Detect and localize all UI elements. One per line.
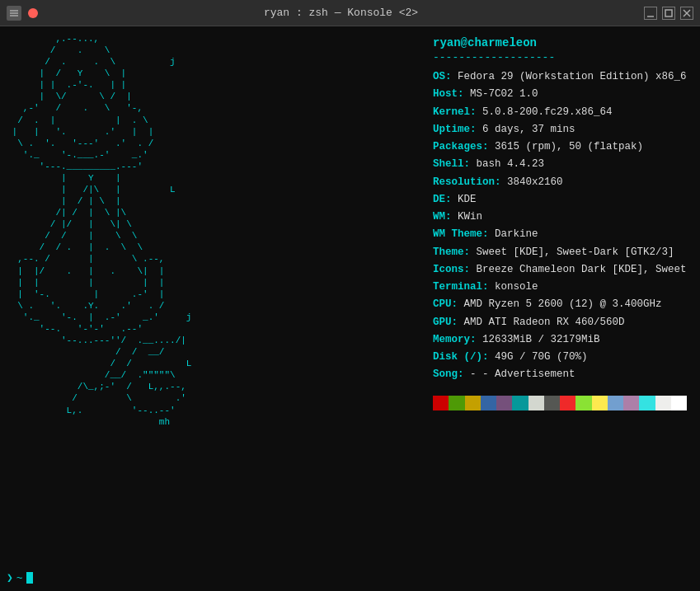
info-value: konsole (489, 281, 538, 293)
info-key: CPU: (433, 298, 458, 310)
color-swatch (560, 396, 576, 410)
color-swatch (592, 396, 608, 410)
info-row: Theme: Sweet [KDE], Sweet-Dark [GTK2/3] (433, 244, 687, 261)
color-strip (433, 396, 687, 410)
info-value: 6 days, 37 mins (477, 124, 576, 135)
info-value: bash 4.4.23 (470, 158, 544, 170)
info-key: OS: (433, 71, 452, 82)
color-swatch (576, 396, 591, 410)
info-value: AMD Ryzen 5 2600 (12) @ 3.400GHz (458, 298, 662, 310)
info-key: Uptime: (433, 124, 477, 135)
info-key: WM Theme: (433, 228, 489, 240)
info-key: Packages: (433, 141, 489, 152)
info-rows: OS: Fedora 29 (Workstation Edition) x86_… (433, 68, 687, 384)
color-swatch (608, 396, 623, 410)
info-value: 3840x2160 (501, 176, 563, 188)
info-value: KDE (452, 194, 477, 205)
info-row: Kernel: 5.0.8-200.fc29.x86_64 (433, 104, 687, 121)
info-key: Resolution: (433, 176, 501, 188)
info-row: GPU: AMD ATI Radeon RX 460/560D (433, 314, 687, 331)
info-value: 12633MiB / 32179MiB (477, 334, 600, 345)
info-row: Disk (/): 49G / 70G (70%) (433, 349, 687, 366)
ascii-area: ,.--..., / . \ / . . \ j | / Y \ | | | .… (0, 26, 420, 591)
close-dot[interactable] (28, 8, 38, 18)
info-key: Terminal: (433, 281, 489, 293)
info-row: Host: MS-7C02 1.0 (433, 86, 687, 103)
color-swatch (433, 396, 449, 410)
color-swatch (544, 396, 560, 410)
prompt-tilde: ~ (16, 572, 23, 584)
info-row: DE: KDE (433, 191, 687, 209)
close-button[interactable] (680, 7, 693, 20)
info-row: CPU: AMD Ryzen 5 2600 (12) @ 3.400GHz (433, 296, 687, 313)
info-row: Song: - - Advertisement (433, 366, 687, 383)
info-value: 5.0.8-200.fc29.x86_64 (477, 106, 613, 118)
color-swatch (639, 396, 655, 410)
info-panel: ryan@charmeleon ------------------- OS: … (420, 26, 700, 591)
titlebar-left (7, 6, 38, 21)
svg-rect-4 (665, 10, 672, 16)
color-swatch (512, 396, 528, 410)
info-row: WM: KWin (433, 209, 687, 226)
info-row: Memory: 12633MiB / 32179MiB (433, 331, 687, 349)
info-row: Packages: 3615 (rpm), 50 (flatpak) (433, 138, 687, 156)
info-value: Fedora 29 (Workstation Edition) x86_6 (452, 71, 687, 82)
info-value: 3615 (rpm), 50 (flatpak) (489, 141, 644, 152)
color-swatch (496, 396, 512, 410)
prompt-line: ❯ ~ (7, 571, 33, 584)
info-key: Host: (433, 88, 464, 100)
color-swatch (529, 396, 544, 410)
info-value: MS-7C02 1.0 (464, 88, 538, 100)
info-key: Kernel: (433, 106, 477, 118)
prompt-arrow: ❯ (7, 571, 13, 584)
color-swatch (655, 396, 671, 410)
separator: ------------------- (433, 51, 687, 63)
color-swatch (671, 396, 687, 410)
info-value: AMD ATI Radeon RX 460/560D (458, 317, 625, 328)
info-row: Uptime: 6 days, 37 mins (433, 121, 687, 138)
info-key: Theme: (433, 246, 470, 258)
info-row: Terminal: konsole (433, 279, 687, 296)
menu-icon[interactable] (7, 6, 21, 21)
window-controls (644, 7, 693, 20)
minimize-button[interactable] (644, 7, 657, 20)
info-value: Darkine (489, 228, 538, 240)
info-row: OS: Fedora 29 (Workstation Edition) x86_… (433, 68, 687, 86)
info-key: Song: (433, 368, 464, 380)
username: ryan@charmeleon (433, 36, 687, 49)
info-key: Shell: (433, 158, 470, 170)
info-row: Icons: Breeze Chameleon Dark [KDE], Swee… (433, 261, 687, 279)
cursor (26, 572, 33, 584)
info-row: Shell: bash 4.4.23 (433, 156, 687, 173)
ascii-art: ,.--..., / . \ / . . \ j | / Y \ | | | .… (7, 33, 416, 428)
terminal-body: ,.--..., / . \ / . . \ j | / Y \ | | | .… (0, 26, 700, 591)
info-key: WM: (433, 211, 452, 223)
color-swatch (623, 396, 639, 410)
maximize-button[interactable] (662, 7, 675, 20)
info-value: Sweet [KDE], Sweet-Dark [GTK2/3] (470, 246, 674, 258)
info-row: Resolution: 3840x2160 (433, 174, 687, 191)
info-key: Icons: (433, 264, 470, 275)
info-value: KWin (452, 211, 483, 223)
info-key: Disk (/): (433, 351, 489, 363)
info-value: Breeze Chameleon Dark [KDE], Sweet (470, 264, 687, 275)
info-value: - - Advertisement (464, 368, 576, 380)
info-key: DE: (433, 194, 452, 205)
color-swatch (449, 396, 464, 410)
color-swatch (465, 396, 481, 410)
info-key: Memory: (433, 334, 477, 345)
window-title: ryan : zsh — Konsole <2> (38, 7, 644, 19)
color-swatch (481, 396, 496, 410)
info-value: 49G / 70G (70%) (489, 351, 588, 363)
titlebar: ryan : zsh — Konsole <2> (0, 0, 700, 26)
info-row: WM Theme: Darkine (433, 226, 687, 243)
info-key: GPU: (433, 317, 458, 328)
